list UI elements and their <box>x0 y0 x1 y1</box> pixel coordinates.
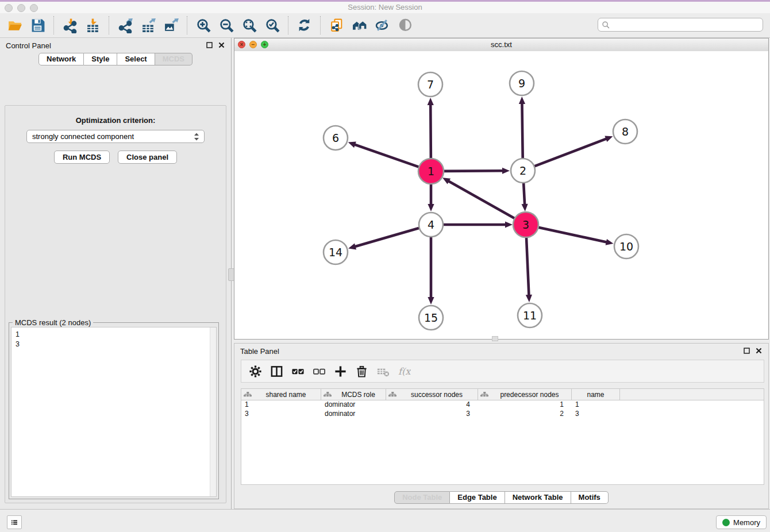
open-file-button[interactable] <box>3 14 26 36</box>
graph-node-3[interactable]: 3 <box>513 212 538 237</box>
memory-status-icon <box>722 519 730 526</box>
mcds-result-line: 3 <box>16 340 216 349</box>
window-title: Session: New Session <box>0 3 770 11</box>
graph-node-14[interactable]: 14 <box>324 240 348 264</box>
memory-button[interactable]: Memory <box>716 515 767 529</box>
graph-edge-4-3[interactable] <box>442 221 513 228</box>
table-panel: Table Panel f(x) shared nameMCDS rolesuc… <box>234 343 769 509</box>
search-input[interactable] <box>613 20 759 30</box>
graph-node-7[interactable]: 7 <box>418 72 442 97</box>
export-image-button[interactable] <box>160 14 183 36</box>
canvas-scroll-grip[interactable] <box>492 336 498 341</box>
graph-node-9[interactable]: 9 <box>510 71 534 95</box>
criterion-dropdown[interactable]: strongly connected component <box>26 130 205 143</box>
graph-edge-2-3[interactable] <box>521 182 528 211</box>
table-row[interactable]: 1dominator411 <box>241 400 764 410</box>
graph-edge-1-2[interactable] <box>442 168 510 174</box>
task-history-button[interactable] <box>7 515 22 529</box>
run-mcds-button[interactable]: Run MCDS <box>54 151 110 164</box>
zoom-out-button[interactable] <box>215 14 238 36</box>
graph-edge-1-4[interactable] <box>428 183 434 211</box>
control-panel-tabs: NetworkStyleSelectMCDS <box>0 53 231 65</box>
table-cell: dominator <box>321 410 386 419</box>
first-neighbors-button[interactable] <box>348 14 371 36</box>
toolbar-separator <box>187 16 188 34</box>
graph-edge-1-7[interactable] <box>428 98 434 160</box>
export-table-button[interactable] <box>137 14 160 36</box>
network-graph[interactable]: 7968124314101511 <box>234 51 768 339</box>
function-builder-button: f(x) <box>394 361 415 381</box>
table-cell: 4 <box>386 400 478 410</box>
graph-edge-2-8[interactable] <box>534 136 613 167</box>
criterion-dropdown-value: strongly connected component <box>32 132 134 141</box>
tab-node-table[interactable]: Node Table <box>394 491 450 504</box>
tab-network-table[interactable]: Network Table <box>505 491 571 504</box>
column-header-name[interactable]: name <box>572 389 620 400</box>
deselect-all-button[interactable] <box>309 361 330 381</box>
tab-style[interactable]: Style <box>84 53 117 65</box>
graph-node-2[interactable]: 2 <box>511 159 535 183</box>
new-network-from-selection-button[interactable] <box>325 14 348 36</box>
graph-node-10[interactable]: 10 <box>614 234 638 259</box>
close-table-panel-icon[interactable] <box>755 347 763 354</box>
import-network-button[interactable] <box>59 14 82 36</box>
column-header-shared-name[interactable]: shared name <box>241 389 321 400</box>
refresh-view-button[interactable] <box>293 14 316 36</box>
export-network-button[interactable] <box>114 14 137 36</box>
graph-node-1[interactable]: 1 <box>418 159 444 184</box>
column-header-MCDS-role[interactable]: MCDS role <box>321 389 386 400</box>
zoom-selected-button[interactable] <box>261 14 284 36</box>
svg-text:10: 10 <box>619 240 633 253</box>
hide-selected-button[interactable] <box>371 14 394 36</box>
table-row[interactable]: 3dominator323 <box>241 410 764 419</box>
zoom-fit-button[interactable] <box>238 14 261 36</box>
graph-node-8[interactable]: 8 <box>613 119 637 144</box>
result-scrollbar[interactable] <box>210 327 216 496</box>
svg-text:11: 11 <box>523 309 537 322</box>
zoom-in-button[interactable] <box>192 14 215 36</box>
import-table-button[interactable] <box>82 14 105 36</box>
tab-motifs[interactable]: Motifs <box>571 491 609 504</box>
graph-node-11[interactable]: 11 <box>518 303 542 327</box>
close-panel-icon[interactable] <box>218 41 225 49</box>
select-all-button[interactable] <box>287 361 309 381</box>
svg-text:15: 15 <box>424 311 438 324</box>
settings-gear-button[interactable] <box>245 361 266 381</box>
graph-edge-3-1[interactable] <box>442 178 516 219</box>
network-window-titlebar[interactable]: × − + scc.txt <box>234 38 768 52</box>
graph-node-4[interactable]: 4 <box>419 213 443 237</box>
tab-mcds[interactable]: MCDS <box>155 53 192 65</box>
network-canvas[interactable]: 7968124314101511 <box>234 51 768 339</box>
table-cell: dominator <box>321 400 386 410</box>
column-visibility-button[interactable] <box>266 361 287 381</box>
float-table-panel-icon[interactable] <box>743 347 750 354</box>
search-box[interactable] <box>598 18 763 32</box>
graph-node-15[interactable]: 15 <box>419 306 443 330</box>
import-network-icon <box>63 18 78 33</box>
control-panel: Control Panel NetworkStyleSelectMCDS Opt… <box>0 38 232 509</box>
column-header-predecessor-nodes[interactable]: predecessor nodes <box>478 389 572 400</box>
float-panel-icon[interactable] <box>206 41 213 49</box>
svg-text:14: 14 <box>329 246 342 259</box>
mcds-result-textarea[interactable]: 13 <box>11 327 217 497</box>
graph-edge-4-15[interactable] <box>428 236 434 304</box>
node-table[interactable]: shared nameMCDS rolesuccessor nodesprede… <box>241 388 764 485</box>
close-panel-button[interactable]: Close panel <box>118 151 177 164</box>
import-table-icon <box>86 18 101 33</box>
tab-select[interactable]: Select <box>117 53 155 65</box>
tab-edge-table[interactable]: Edge Table <box>450 491 505 504</box>
tab-network[interactable]: Network <box>38 53 84 65</box>
graph-edge-4-14[interactable] <box>348 228 420 250</box>
graph-edge-3-10[interactable] <box>537 227 614 245</box>
column-header-successor-nodes[interactable]: successor nodes <box>386 389 478 400</box>
delete-column-button[interactable] <box>351 361 372 381</box>
save-session-button[interactable] <box>26 14 49 36</box>
graph-edge-2-9[interactable] <box>519 97 525 159</box>
graph-edge-3-11[interactable] <box>526 236 532 302</box>
settings-gear-icon <box>249 365 262 378</box>
table-panel-tabs: Node TableEdge TableNetwork TableMotifs <box>234 491 768 504</box>
graph-edge-1-6[interactable] <box>348 142 420 168</box>
add-column-button[interactable] <box>330 361 351 381</box>
graph-node-6[interactable]: 6 <box>324 126 348 150</box>
show-all-button[interactable] <box>394 14 417 36</box>
